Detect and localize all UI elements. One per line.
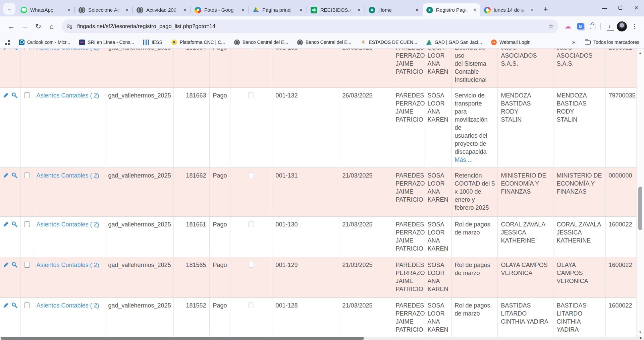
asientos-contables-link[interactable]: Asientos Contables ( 2) [37,172,99,179]
edit-pencil-icon[interactable] [3,221,9,229]
browser-menu-button[interactable]: ⋮ [629,21,640,32]
asientos-contables-link[interactable]: Asientos Contables ( 2) [37,262,99,268]
address-bar[interactable]: fingads.net/sf2/tesoreria/registro_pago_… [62,19,558,33]
tab-close-icon[interactable]: ✕ [529,7,535,13]
view-magnifier-icon[interactable] [11,172,17,180]
browser-tab[interactable]: Registro Pago ✕ [423,3,480,16]
minimize-button[interactable]: — [597,0,612,15]
row-actions-cell [0,217,20,257]
bookmark-item[interactable]: Banco Central del E... [234,40,288,45]
scroll-up-icon[interactable]: ▲ [639,51,642,55]
tab-close-icon[interactable]: ✕ [298,7,304,13]
flag-cell [230,257,272,298]
edit-pencil-icon[interactable] [3,302,9,310]
bookmark-item[interactable]: Webmail Login [491,40,530,45]
bookmark-item[interactable]: SRI en Línea - Cons... [79,40,134,45]
flag-checkbox[interactable] [248,302,254,308]
view-magnifier-icon[interactable] [11,262,17,270]
tab-close-icon[interactable]: ✕ [240,7,246,13]
apps-grid-icon[interactable] [5,40,10,45]
row-checkbox[interactable] [24,173,30,178]
bookmark-item[interactable]: GAD | GAD San Jaci... [426,40,482,45]
extension-cloud-button[interactable]: ☁ [562,21,574,32]
tab-close-icon[interactable]: ✕ [472,7,478,13]
edit-pencil-icon[interactable] [3,49,9,52]
browser-tab[interactable]: RECIBIDOS.xl ✕ [307,3,365,16]
browser-window: ⌄ WhatsApp ✕ Seleccione Ac ✕ Actividad 2… [0,0,644,340]
row-checkbox[interactable] [24,262,30,268]
tab-close-icon[interactable]: ✕ [182,7,188,13]
tab-search-button[interactable]: ⌄ [3,3,15,15]
view-magnifier-icon[interactable] [11,92,17,100]
bookmark-item[interactable]: IESS [143,40,162,45]
date-text: 21/03/2025 [342,172,373,179]
new-tab-button[interactable]: + [540,4,551,15]
flag-checkbox[interactable] [248,92,254,98]
scroll-down-icon[interactable]: ▼ [639,331,642,334]
flag-checkbox[interactable] [248,173,254,178]
cuenta-cell: 1600022 [605,298,636,337]
translate-button[interactable]: G [575,21,586,32]
type-text: Pago [213,262,227,268]
browser-tab[interactable]: Página princi ✕ [249,3,307,16]
aprobado-text: SOSA LOOR ANA KAREN [428,302,448,333]
source-cell: gad_vallehermos_2025 [105,49,173,88]
close-button[interactable]: ✕ [628,0,644,15]
scroll-right-icon[interactable]: ▶ [640,336,642,339]
browser-tab[interactable]: Seleccione Ac ✕ [75,3,132,16]
bookmarks-overflow-button[interactable]: » [572,39,575,46]
home-button[interactable]: ⌂ [45,20,58,33]
row-checkbox[interactable] [24,49,30,50]
source-cell: gad_vallehermos_2025 [105,168,173,217]
tab-close-icon[interactable]: ✕ [414,7,420,13]
bookmark-item[interactable]: ESTADOS DE CUEN... [360,40,417,45]
page-content: Asientos Contables ( 2) gad_vallehermos_… [0,49,636,337]
row-checkbox[interactable] [24,92,30,98]
downloads-button[interactable]: ↓ [604,21,615,32]
asientos-contables-link[interactable]: Asientos Contables ( 2) [37,92,99,99]
browser-tab[interactable]: lunes 14 de a ✕ [480,3,538,16]
url-text[interactable]: fingads.net/sf2/tesoreria/registro_pago_… [77,23,545,29]
bookmark-star-icon[interactable]: ☆ [548,22,554,30]
flag-checkbox[interactable] [248,262,254,268]
browser-tab[interactable]: WhatsApp ✕ [17,3,74,16]
edit-pencil-icon[interactable] [3,92,9,100]
vertical-scrollbar-thumb[interactable] [638,187,642,230]
edit-pencil-icon[interactable] [3,262,9,270]
view-magnifier-icon[interactable] [11,302,17,310]
flag-checkbox[interactable] [248,49,254,50]
restore-button[interactable] [612,0,628,15]
browser-tab[interactable]: Fotos - Goog ✕ [191,3,249,16]
site-info-icon[interactable] [64,21,74,31]
beneficiario2-text: MENDOZA BASTIDAS RODY STALIN [557,92,587,123]
view-magnifier-icon[interactable] [11,221,17,229]
horizontal-scrollbar[interactable]: ▶ [0,337,644,340]
back-button[interactable]: ← [5,20,18,33]
mas-link[interactable]: Más ... [455,156,495,164]
horizontal-scrollbar-thumb[interactable] [1,337,364,340]
row-checkbox[interactable] [24,302,30,308]
asientos-contables-link[interactable]: Asientos Contables ( 2) [37,302,99,309]
forward-button[interactable]: → [18,20,32,33]
flag-checkbox[interactable] [248,221,254,227]
tab-favicon-icon [78,7,85,13]
tab-close-icon[interactable]: ✕ [124,7,130,13]
row-checkbox[interactable] [24,221,30,227]
bookmark-item[interactable]: Banco Central del E... [297,40,351,45]
edit-pencil-icon[interactable] [3,172,9,180]
browser-tab[interactable]: Home ✕ [365,3,423,16]
view-magnifier-icon[interactable] [11,49,17,52]
tab-close-icon[interactable]: ✕ [356,7,362,13]
vertical-scrollbar[interactable]: ▲ ▼ [636,49,644,337]
bookmark-item[interactable]: Plataforma CNC | C... [171,40,225,45]
bookmark-item[interactable]: Outlook.com - Micr... [19,40,70,45]
tab-close-icon[interactable]: ✕ [66,7,72,13]
asientos-contables-link[interactable]: Asientos Contables ( 2) [37,49,99,51]
asientos-contables-link[interactable]: Asientos Contables ( 2) [37,221,99,228]
extensions-button[interactable] [587,21,598,32]
reload-button[interactable]: ↻ [32,20,45,33]
all-bookmarks-button[interactable]: Todos los marcadores [585,40,639,45]
browser-tab[interactable]: Actividad 202 ✕ [133,3,191,16]
profile-button[interactable] [616,21,628,32]
elaborado-text: PAREDES PERRAZO JAIME PATRICIO [396,221,425,252]
